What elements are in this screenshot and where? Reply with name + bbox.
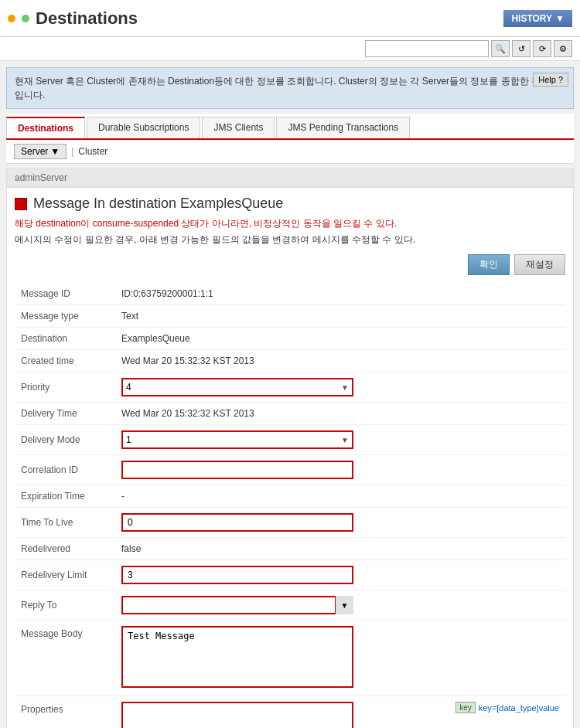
label-message-id: Message ID (15, 283, 115, 305)
label-message-body: Message Body (15, 621, 115, 696)
help-button[interactable]: Help ? (533, 73, 568, 87)
label-message-type: Message type (15, 305, 115, 328)
search-input[interactable] (365, 40, 489, 57)
label-redelivered: Redelivered (15, 538, 115, 560)
history-button[interactable]: HISTORY ▼ (503, 10, 572, 27)
refresh-button-2[interactable]: ⟳ (533, 40, 551, 57)
admin-server-label: adminServer (15, 172, 67, 183)
delivery-mode-select[interactable]: 1 (121, 430, 353, 449)
tab-durable-subscriptions[interactable]: Durable Subscriptions (87, 117, 200, 138)
label-reply-to: Reply To (15, 590, 115, 621)
label-priority: Priority (15, 373, 115, 403)
search-button[interactable]: 🔍 (491, 40, 510, 57)
label-redelivery-limit: Redelivery Limit (15, 560, 115, 590)
confirm-button-top[interactable]: 확인 (468, 254, 510, 275)
tab-jms-pending-transactions[interactable]: JMS Pending Transactions (276, 117, 410, 138)
server-dropdown-arrow: ▼ (50, 146, 60, 157)
destination-error-icon (15, 198, 27, 210)
cluster-link[interactable]: Cluster (78, 146, 107, 157)
properties-textarea[interactable] (121, 702, 353, 728)
value-expiration-time: - (115, 485, 565, 508)
correlation-id-input[interactable] (121, 461, 353, 479)
dot-green (22, 15, 29, 22)
redelivery-limit-input[interactable] (121, 566, 353, 584)
value-destination: ExamplesQueue (115, 328, 565, 350)
value-message-type: Text (115, 305, 565, 328)
settings-button[interactable]: ⚙ (554, 40, 572, 57)
properties-key-icon: key (455, 702, 476, 713)
label-correlation-id: Correlation ID (15, 455, 115, 485)
value-redelivered: false (115, 538, 565, 560)
tab-destinations[interactable]: Destinations (6, 117, 85, 138)
message-body-textarea[interactable]: Test Message (121, 626, 353, 688)
label-delivery-time: Delivery Time (15, 403, 115, 425)
value-created-time: Wed Mar 20 15:32:32 KST 2013 (115, 350, 565, 373)
properties-key-format: key=[data_type]value (479, 703, 559, 713)
label-delivery-mode: Delivery Mode (15, 425, 115, 455)
tab-jms-clients[interactable]: JMS Clients (202, 117, 275, 138)
reply-to-dropdown-button[interactable]: ▼ (335, 596, 353, 614)
server-dropdown-button[interactable]: Server ▼ (14, 144, 67, 159)
priority-select[interactable]: 4 (121, 378, 353, 396)
time-to-live-input[interactable] (121, 513, 353, 532)
dot-orange (8, 15, 15, 22)
refresh-button-1[interactable]: ↺ (512, 40, 531, 57)
label-destination: Destination (15, 328, 115, 350)
label-expiration-time: Expiration Time (15, 485, 115, 508)
reset-button-top[interactable]: 재설정 (514, 254, 565, 275)
destination-title: Message In destination ExamplesQueue (33, 196, 283, 212)
info-text: 현재 Server 혹은 Cluster에 존재하는 Destination등에… (15, 76, 541, 100)
value-delivery-time: Wed Mar 20 15:32:32 KST 2013 (115, 403, 565, 425)
label-time-to-live: Time To Live (15, 508, 115, 538)
label-properties: Properties (15, 696, 115, 729)
info-text-2: 메시지의 수정이 필요한 경우, 아래 변경 가능한 필드의 값들을 변경하여 … (15, 233, 565, 247)
reply-to-input[interactable] (121, 596, 353, 614)
warning-text-1: 해당 destination이 consume-suspended 상태가 아니… (15, 216, 565, 230)
value-message-id: ID:0:63759200001:1:1 (115, 283, 565, 305)
chevron-down-icon: ▼ (555, 13, 565, 24)
page-title: Destinations (36, 9, 138, 29)
label-created-time: Created time (15, 350, 115, 373)
